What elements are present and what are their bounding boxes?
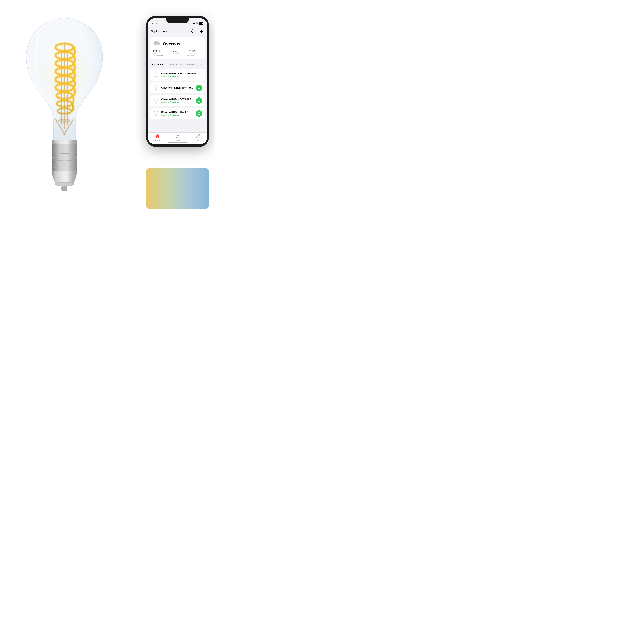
svg-line-46: [179, 137, 179, 137]
device-info: Cleverio Filament WW 7W...: [161, 86, 194, 89]
svg-rect-35: [155, 90, 157, 90]
power-button[interactable]: [196, 97, 202, 104]
svg-rect-36: [155, 102, 157, 103]
main-scene: 5:08: [0, 0, 215, 215]
tab-all-devices[interactable]: All Devices: [150, 62, 167, 67]
notification-badge: [199, 134, 201, 135]
temp-label: Outdoor Temperature: [153, 52, 169, 56]
status-time: 5:08: [152, 22, 157, 25]
smart-nav-label: Smart: [175, 139, 180, 141]
svg-line-45: [177, 135, 177, 135]
color-temperature-swatch: [146, 168, 209, 209]
svg-point-26: [61, 189, 67, 191]
tabs-more-button[interactable]: ···: [204, 62, 207, 68]
bulb-image: [6, 6, 123, 203]
home-nav-label: Home: [155, 139, 160, 141]
weather-condition: Overcast: [163, 41, 182, 47]
devices-list: Cleverio RGB + WW 4.5W GU10 Common Funct…: [148, 68, 207, 122]
svg-point-13: [58, 119, 70, 122]
device-name: Cleverio RGB + WW 4.5W GU10: [161, 72, 202, 75]
svg-rect-22: [52, 168, 77, 171]
app-content: Overcast 22.0 °C Outdoor Temperature Moi…: [148, 36, 207, 133]
app-title[interactable]: My Home ∨: [151, 30, 168, 33]
bulb-icon: [153, 72, 159, 78]
weather-temperature: 22.0 °C Outdoor Temperature: [153, 50, 169, 56]
bulb-icon: [153, 110, 159, 117]
nav-me[interactable]: Me: [196, 134, 200, 141]
weather-card: Overcast 22.0 °C Outdoor Temperature Moi…: [150, 37, 205, 59]
device-info: Cleverio RGB + WW 4.5... Common Function…: [161, 111, 194, 116]
me-badge-wrap: [196, 134, 200, 139]
svg-rect-34: [155, 89, 157, 90]
common-functions-link[interactable]: Common Functions ∨: [161, 101, 194, 103]
nav-home[interactable]: Home: [155, 134, 160, 141]
weather-pressure: 1011 hPa Outdoor Air Pressure: [187, 50, 202, 56]
list-item[interactable]: Cleverio RGB + CCT 9W E... Common Functi…: [150, 95, 205, 106]
power-button[interactable]: [196, 110, 202, 117]
humidity-label: Outdoor Hu...: [173, 52, 183, 56]
bulb-icon: [153, 85, 159, 91]
mic-button[interactable]: [190, 29, 195, 34]
status-icons: [192, 22, 203, 25]
add-button[interactable]: [199, 29, 204, 34]
app-header: My Home ∨: [148, 27, 207, 36]
device-name: Cleverio RGB + WW 4.5...: [161, 111, 194, 114]
battery-icon: [199, 22, 203, 25]
list-item[interactable]: Cleverio RGB + WW 4.5W GU10 Common Funct…: [150, 69, 205, 81]
svg-line-47: [179, 135, 179, 135]
home-nav-icon: [156, 134, 160, 139]
svg-rect-39: [155, 116, 157, 116]
list-item[interactable]: Cleverio Filament WW 7W...: [150, 82, 205, 93]
svg-point-49: [197, 135, 199, 136]
home-indicator: [167, 142, 188, 143]
header-actions: [190, 29, 204, 34]
svg-line-48: [177, 137, 177, 137]
tabs-bar: All Devices Living Room Bedroom S ···: [148, 61, 207, 68]
signal-icon: [192, 22, 195, 24]
svg-rect-38: [155, 115, 157, 116]
chevron-down-icon: ∨: [166, 30, 168, 33]
common-functions-link[interactable]: Common Functions ∨: [161, 75, 202, 78]
weather-humidity: Moist Outdoor Hu...: [173, 50, 183, 56]
humidity-value: Moist: [173, 50, 183, 52]
home-title-text: My Home: [151, 30, 165, 33]
tab-s[interactable]: S: [198, 62, 204, 67]
phone-notch: [166, 18, 189, 23]
me-nav-label: Me: [196, 139, 199, 141]
weather-main: Overcast: [153, 40, 202, 48]
common-functions-link[interactable]: Common Functions ∨: [161, 114, 194, 116]
svg-rect-27: [192, 30, 193, 32]
svg-point-24: [56, 183, 72, 186]
smart-nav-icon: [176, 134, 180, 139]
temp-value: 22.0 °C: [153, 50, 169, 52]
cloud-icon: [153, 40, 160, 48]
tab-living-room[interactable]: Living Room: [167, 62, 184, 67]
svg-rect-33: [155, 77, 157, 77]
tab-bedroom[interactable]: Bedroom: [184, 62, 198, 67]
me-nav-icon: [196, 135, 200, 139]
nav-smart[interactable]: Smart: [175, 134, 180, 141]
svg-rect-32: [155, 76, 157, 77]
device-name: Cleverio RGB + CCT 9W E...: [161, 98, 194, 101]
wifi-icon: [196, 22, 198, 25]
phone-body: 5:08: [146, 16, 209, 147]
svg-rect-37: [155, 103, 157, 103]
pressure-label: Outdoor Air Pressure: [187, 52, 202, 56]
phone-frame: 5:08: [146, 16, 209, 147]
device-name: Cleverio Filament WW 7W...: [161, 86, 194, 89]
color-gradient: [146, 168, 209, 209]
svg-point-40: [177, 135, 179, 137]
weather-stats: 22.0 °C Outdoor Temperature Moist Outdoo…: [153, 50, 202, 56]
power-button[interactable]: [196, 85, 202, 91]
device-info: Cleverio RGB + WW 4.5W GU10 Common Funct…: [161, 72, 202, 78]
phone-screen: 5:08: [148, 18, 207, 144]
device-info: Cleverio RGB + CCT 9W E... Common Functi…: [161, 98, 194, 103]
pressure-value: 1011 hPa: [187, 50, 202, 52]
bulb-icon: [153, 97, 159, 104]
list-item[interactable]: Cleverio RGB + WW 4.5... Common Function…: [150, 108, 205, 119]
